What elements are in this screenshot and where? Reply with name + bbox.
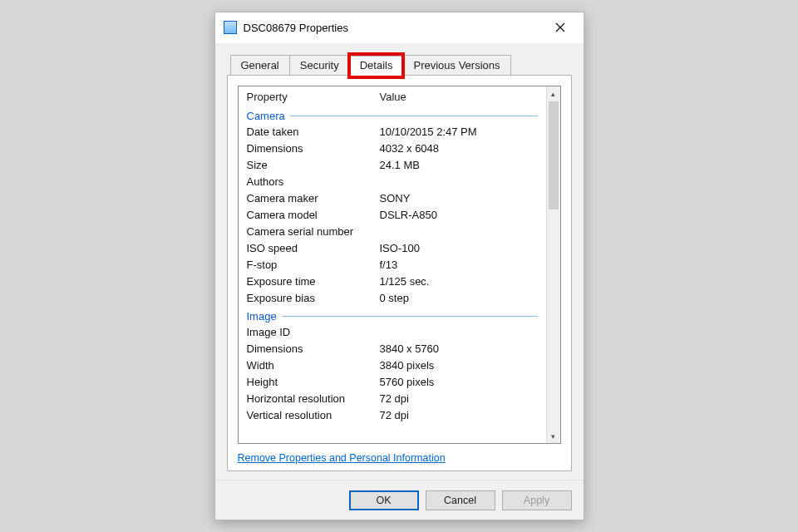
table-row[interactable]: Authors [247,174,538,190]
prop-label: F-stop [247,257,380,273]
table-row[interactable]: Dimensions4032 x 6048 [247,140,538,157]
prop-label: Height [247,374,380,391]
table-row[interactable]: Camera serial number [247,224,538,240]
table-row[interactable]: Horizontal resolution72 dpi [247,391,538,407]
prop-value: f/13 [380,257,538,273]
table-row[interactable]: Vertical resolution72 dpi [247,407,538,424]
table-row[interactable]: F-stopf/13 [247,257,538,273]
window-title: DSC08679 Properties [244,22,544,34]
prop-label: Dimensions [247,140,380,157]
prop-label: Dimensions [247,341,380,357]
prop-value [380,224,538,240]
group-image: Image [247,310,538,323]
cancel-button[interactable]: Cancel [426,490,495,510]
column-headers: Property Value [247,86,538,106]
properties-listbox: Property Value Camera Date taken10/10/20… [238,86,561,444]
table-row[interactable]: ISO speedISO-100 [247,240,538,257]
apply-button[interactable]: Apply [502,490,572,510]
prop-value: 1/125 sec. [380,273,538,290]
scroll-thumb[interactable] [549,101,559,209]
group-image-label: Image [247,310,277,323]
prop-label: Horizontal resolution [247,391,380,407]
prop-value [380,174,538,190]
prop-value: 5760 pixels [380,374,538,391]
table-row[interactable]: Camera modelDSLR-A850 [247,207,538,224]
header-property: Property [247,91,380,103]
dialog-body: General Security Details Previous Versio… [215,42,584,480]
table-row[interactable]: Height5760 pixels [247,374,538,391]
prop-label: ISO speed [247,240,380,257]
file-icon [224,21,237,34]
group-camera-label: Camera [247,110,285,122]
prop-value: 4032 x 6048 [380,140,538,157]
tabstrip: General Security Details Previous Versio… [227,55,572,75]
close-button[interactable] [544,16,577,39]
group-rule [290,116,538,116]
prop-label: Width [247,357,380,374]
prop-value [380,324,538,341]
button-bar: OK Cancel Apply [215,480,584,520]
scroll-up-icon[interactable]: ▴ [547,86,560,101]
table-row[interactable]: Date taken10/10/2015 2:47 PM [247,124,538,140]
prop-value: ISO-100 [380,240,538,257]
prop-value: 3840 x 5760 [380,341,538,357]
table-row[interactable]: Camera makerSONY [247,190,538,207]
prop-value: 72 dpi [380,407,538,424]
prop-value: 24.1 MB [380,157,538,174]
prop-value: DSLR-A850 [380,207,538,224]
prop-label: Date taken [247,124,380,140]
prop-label: Camera maker [247,190,380,207]
prop-label: Size [247,157,380,174]
scrollbar[interactable]: ▴ ▾ [546,86,560,443]
group-camera: Camera [247,110,538,122]
table-row[interactable]: Dimensions3840 x 5760 [247,341,538,357]
prop-label: Camera serial number [247,224,380,240]
prop-label: Authors [247,174,380,190]
close-icon [555,22,565,32]
tab-previous-versions[interactable]: Previous Versions [402,55,510,75]
properties-body: Property Value Camera Date taken10/10/20… [239,86,546,443]
header-value: Value [380,91,538,103]
prop-label: Exposure time [247,273,380,290]
titlebar: DSC08679 Properties [215,12,584,42]
prop-value: 10/10/2015 2:47 PM [380,124,538,140]
tab-security[interactable]: Security [289,55,350,75]
prop-value: 3840 pixels [380,357,538,374]
table-row[interactable]: Size24.1 MB [247,157,538,174]
properties-dialog: DSC08679 Properties General Security Det… [214,12,584,520]
tab-details-label: Details [360,59,393,71]
tab-details[interactable]: Details [349,56,404,76]
table-row[interactable]: Exposure time1/125 sec. [247,273,538,290]
table-row[interactable]: Width3840 pixels [247,357,538,374]
group-rule [282,316,538,317]
table-row[interactable]: Image ID [247,324,538,341]
tab-general[interactable]: General [230,55,290,75]
ok-button[interactable]: OK [349,490,419,510]
prop-label: Vertical resolution [247,407,380,424]
prop-label: Image ID [247,324,380,341]
prop-label: Camera model [247,207,380,224]
prop-value: SONY [380,190,538,207]
prop-label: Exposure bias [247,290,380,307]
scroll-down-icon[interactable]: ▾ [547,429,560,443]
table-row[interactable]: Exposure bias0 step [247,290,538,307]
prop-value: 0 step [380,290,538,307]
prop-value: 72 dpi [380,391,538,407]
remove-properties-link[interactable]: Remove Properties and Personal Informati… [238,452,561,464]
details-panel: Property Value Camera Date taken10/10/20… [227,75,572,471]
